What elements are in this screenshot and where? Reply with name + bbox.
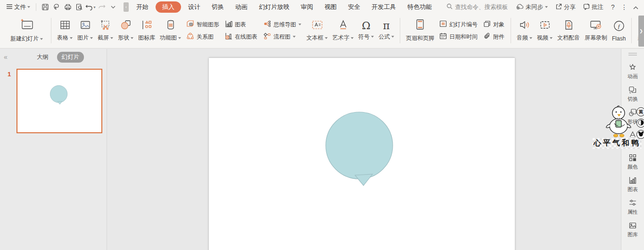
chart-tool-icon: [628, 176, 637, 185]
object-button[interactable]: 对象: [483, 20, 504, 29]
save-button[interactable]: [40, 2, 51, 12]
chevron-down-icon: [90, 37, 93, 39]
sidebar-drag-handle[interactable]: [628, 53, 637, 56]
flash-button[interactable]: ƒ Flash: [610, 16, 628, 45]
picture-button[interactable]: 图片: [75, 16, 95, 45]
header-footer-button[interactable]: 页眉和页脚: [404, 16, 437, 45]
sidebar-item-color[interactable]: 颜色: [621, 153, 644, 170]
picture-icon: [80, 19, 91, 32]
tab-review[interactable]: 审阅: [295, 1, 319, 13]
export-pdf-button[interactable]: [51, 2, 62, 12]
slide-number-icon: [439, 20, 447, 29]
translate-badge-button[interactable]: 英: [636, 107, 644, 116]
shapes-button[interactable]: 形状: [116, 16, 136, 45]
monkey-head-icon: [638, 131, 644, 138]
flowchart-button[interactable]: 流程图: [263, 32, 301, 41]
more-options-button[interactable]: ⋮: [619, 3, 629, 11]
sidebar-item-chart[interactable]: 图表: [621, 176, 644, 193]
help-button[interactable]: ?: [608, 3, 618, 11]
doc-voice-button[interactable]: 文档配音: [555, 16, 582, 45]
monkey-badge-button[interactable]: [636, 130, 644, 139]
tab-design[interactable]: 设计: [182, 1, 206, 13]
command-search[interactable]: 查找命令、搜索模板: [444, 3, 511, 11]
relation-diagram-button[interactable]: 关系图: [186, 32, 219, 41]
cloud-sync-icon: [516, 3, 524, 11]
function-diagram-icon: [165, 19, 176, 32]
slide-thumbnail[interactable]: [17, 69, 102, 133]
pi-icon: π: [383, 21, 389, 31]
tab-transition[interactable]: 切换: [206, 1, 230, 13]
tab-slideshow[interactable]: 幻灯片放映: [253, 1, 295, 13]
flash-icon: ƒ: [613, 20, 625, 33]
tabs-scroll-left-button[interactable]: ‹: [124, 2, 129, 12]
new-slide-button[interactable]: 新建幻灯片: [6, 16, 48, 45]
tab-special-features[interactable]: 特色功能: [402, 1, 438, 13]
tab-view[interactable]: 视图: [319, 1, 342, 13]
search-icon: [446, 3, 453, 11]
comment-button[interactable]: 批注: [580, 3, 606, 11]
chart-button[interactable]: 图表: [225, 20, 257, 29]
main-menu-button[interactable]: 文件: [4, 0, 33, 14]
slide-page[interactable]: [209, 57, 515, 250]
tab-insert[interactable]: 插入: [156, 1, 181, 13]
dark-mode-badge-button[interactable]: [636, 119, 644, 128]
customize-quickbar-button[interactable]: [107, 2, 119, 12]
undo-button[interactable]: ▾: [85, 2, 96, 12]
wordart-button[interactable]: 艺术字: [330, 16, 356, 45]
svg-text:ƒ: ƒ: [617, 23, 620, 30]
datetime-button[interactable]: 日期和时间: [439, 32, 478, 41]
slides-panel: « 大纲 幻灯片 1: [0, 49, 107, 250]
table-button[interactable]: 表格: [55, 16, 75, 45]
formula-button[interactable]: π 公式: [376, 16, 396, 45]
screenshot-button[interactable]: 截屏: [95, 16, 116, 45]
duck-caption-text: 心平气和鸭: [593, 138, 642, 149]
symbol-button[interactable]: Ω 符号: [356, 16, 376, 45]
share-button[interactable]: 分享: [553, 3, 578, 11]
tab-security[interactable]: 安全: [342, 1, 366, 13]
icon-library-button[interactable]: 图标库: [136, 16, 157, 45]
sidebar-item-animation[interactable]: 动画: [621, 63, 644, 80]
chevron-down-icon: [131, 37, 133, 39]
online-chart-icon: [225, 32, 232, 41]
mindmap-button[interactable]: 思维导图: [263, 20, 301, 29]
online-chart-button[interactable]: 在线图表: [225, 32, 257, 41]
sidebar-item-transition[interactable]: 切换: [621, 86, 644, 103]
slide-number-button[interactable]: 幻灯片编号: [439, 20, 478, 29]
redo-button[interactable]: [96, 2, 107, 12]
undo-caret-icon: ▾: [93, 5, 95, 9]
doc-voice-icon: [562, 19, 575, 32]
attachment-button[interactable]: 附件: [483, 32, 504, 41]
tab-home[interactable]: 开始: [131, 1, 154, 13]
ribbon-expand-button[interactable]: ❯: [638, 16, 644, 47]
collapse-ribbon-button[interactable]: [631, 3, 640, 11]
chevron-down-icon: [371, 36, 374, 38]
ribbon-tabs: 开始 插入 设计 切换 动画 幻灯片放映 审阅 视图 安全 开发工具 特色功能: [131, 1, 438, 13]
ribbon-stack: 图表 在线图表: [222, 16, 260, 45]
tab-slides[interactable]: 幻灯片: [57, 52, 84, 63]
oval-callout-shape[interactable]: [209, 58, 515, 250]
tab-animation[interactable]: 动画: [230, 1, 253, 13]
object-icon: [483, 20, 491, 29]
video-button[interactable]: 视频: [535, 16, 555, 45]
chevron-down-icon: [178, 37, 181, 39]
sidebar-item-properties[interactable]: 属性: [621, 199, 644, 216]
editing-canvas[interactable]: [107, 49, 621, 250]
search-label: 查找命令、搜索模板: [455, 3, 508, 11]
print-button[interactable]: [62, 2, 74, 12]
chevron-down-icon: [298, 24, 301, 25]
tab-devtools[interactable]: 开发工具: [366, 1, 402, 13]
smart-art-button[interactable]: 智能图形: [186, 20, 219, 29]
sync-status-button[interactable]: 未同步: [513, 3, 551, 11]
print-preview-button[interactable]: [74, 2, 85, 12]
divider: [511, 18, 511, 43]
audio-button[interactable]: 音频: [514, 16, 535, 45]
ribbon-stack: 智能图形 关系图: [183, 16, 222, 45]
paperclip-icon: [483, 32, 491, 41]
screen-record-button[interactable]: 屏幕录制: [582, 16, 610, 45]
ribbon-stack: 幻灯片编号 日期和时间: [437, 16, 480, 45]
textbox-button[interactable]: 文本框: [304, 16, 330, 45]
function-diagram-button[interactable]: 功能图: [157, 16, 183, 45]
panel-collapse-button[interactable]: «: [4, 53, 13, 61]
sidebar-item-gallery[interactable]: 图库: [621, 221, 644, 238]
tab-outline[interactable]: 大纲: [32, 52, 53, 63]
